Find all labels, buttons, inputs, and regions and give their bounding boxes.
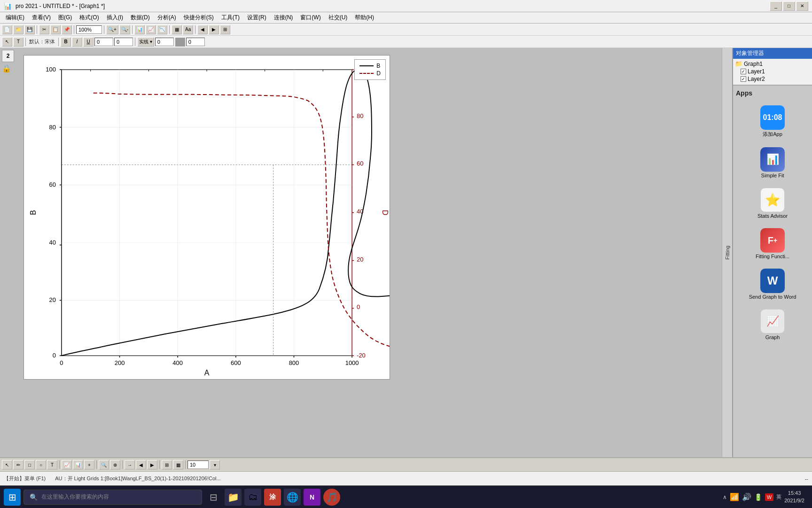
zoom-input[interactable] [76, 25, 102, 34]
bt5[interactable]: T [47, 460, 57, 469]
menu-analysis[interactable]: 分析(A) [154, 13, 180, 23]
zoom-bottom-input[interactable] [187, 460, 209, 469]
taskbar-explorer[interactable]: 📁 [225, 489, 242, 506]
copy-btn[interactable]: 📋 [50, 25, 61, 34]
arrow-right-btn[interactable]: ▶ [209, 25, 219, 34]
taskbar-folder[interactable]: 🗂 [244, 489, 261, 506]
start-button[interactable]: ⊞ [4, 489, 21, 506]
open-btn[interactable]: 📁 [13, 25, 23, 34]
taskbar-chrome[interactable]: 🌐 [284, 489, 301, 506]
bt15[interactable]: ▦ [173, 460, 183, 469]
stats-advisor-icon[interactable]: ⭐ [760, 188, 785, 212]
close-button[interactable]: ✕ [796, 1, 808, 11]
chart-container[interactable]: B D [23, 55, 390, 380]
window-controls[interactable]: _ □ ✕ [770, 1, 808, 11]
menu-quick-analysis[interactable]: 快捷分析(S) [180, 13, 218, 23]
app-simple-fit[interactable]: 📊 Simple Fit [736, 146, 809, 179]
bt9[interactable]: 🔍 [99, 460, 109, 469]
bold-btn[interactable]: B [61, 37, 71, 47]
arrow-left-btn[interactable]: ◀ [197, 25, 208, 34]
taskbar-app1[interactable]: 涂 [264, 489, 281, 506]
menu-edit[interactable]: 编辑(E) [2, 13, 28, 23]
app-send-graph[interactable]: W Send Graph to Word [736, 268, 809, 301]
graph-icon[interactable]: 📈 [760, 309, 785, 333]
fitting-func-icon[interactable]: F+ [760, 228, 785, 253]
menu-window[interactable]: 窗口(W) [297, 13, 324, 23]
chart-btn[interactable]: 📊 [134, 25, 145, 34]
menu-help[interactable]: 帮助(H) [351, 13, 378, 23]
app-stats-advisor[interactable]: ⭐ Stats Advisor [736, 187, 809, 220]
menu-insert[interactable]: 插入(I) [103, 13, 127, 23]
tree-layer2[interactable]: ✓ Layer2 [733, 75, 812, 83]
clock-display[interactable]: 15:43 2021/9/2 [784, 490, 804, 504]
page-btn[interactable]: ⊞ [220, 25, 230, 34]
menu-settings[interactable]: 设置(R) [243, 13, 270, 23]
cut-btn[interactable]: ✂ [39, 25, 49, 34]
bt6[interactable]: 📈 [62, 460, 72, 469]
line-style-btn[interactable]: 实线 ▾ [137, 37, 154, 47]
menu-social[interactable]: 社交(U) [325, 13, 351, 23]
italic-btn[interactable]: I [72, 37, 82, 47]
tray-battery-icon[interactable]: 🔋 [754, 493, 762, 501]
minimize-button[interactable]: _ [770, 1, 782, 11]
table-btn[interactable]: ▦ [172, 25, 182, 34]
chart3-btn[interactable]: 📉 [157, 25, 167, 34]
tray-up-icon[interactable]: ∧ [723, 494, 727, 500]
line-size-2[interactable] [186, 38, 205, 46]
bt8[interactable]: + [84, 460, 94, 469]
tree-graph1[interactable]: 📁 Graph1 [733, 60, 812, 68]
maximize-button[interactable]: □ [783, 1, 795, 11]
taskbar-media[interactable]: 🎵 [323, 489, 340, 506]
tray-network-icon[interactable]: 📶 [730, 492, 739, 501]
bt3[interactable]: □ [24, 460, 35, 469]
bt7[interactable]: 📊 [73, 460, 83, 469]
bt10[interactable]: ⊕ [110, 460, 120, 469]
bt11[interactable]: → [125, 460, 135, 469]
app-graph[interactable]: 📈 Graph [736, 308, 809, 341]
menu-data[interactable]: 数据(D) [127, 13, 154, 23]
tree-layer1-label: Layer1 [748, 68, 765, 75]
layer1-checkbox[interactable]: ✓ [741, 69, 746, 74]
underline-btn[interactable]: U [83, 37, 94, 47]
toolbar-1: 📄 📁 💾 ✂ 📋 📌 🔍+ 🔍- 📊 📈 📉 ▦ Aa ◀ ▶ ⊞ [0, 24, 812, 36]
menu-graph[interactable]: 图(G) [55, 13, 76, 23]
zoom-in-btn[interactable]: 🔍+ [106, 25, 118, 34]
menu-tools[interactable]: 工具(T) [218, 13, 243, 23]
format-btn[interactable]: Aa [183, 25, 193, 34]
app-clock[interactable]: 01:08 添加App [736, 104, 809, 139]
chart2-btn[interactable]: 📈 [146, 25, 156, 34]
app-fitting-func[interactable]: F+ Fitting Functi... [736, 227, 809, 260]
save-btn[interactable]: 💾 [24, 25, 35, 34]
lang-icon[interactable]: 英 [776, 493, 781, 500]
tray-volume-icon[interactable]: 🔊 [742, 492, 751, 501]
send-graph-icon[interactable]: W [760, 269, 785, 293]
bt14[interactable]: ⊞ [162, 460, 172, 469]
task-view-btn[interactable]: ⊟ [205, 489, 222, 506]
pointer-btn[interactable]: ↖ [2, 37, 12, 47]
simple-fit-icon[interactable]: 📊 [760, 147, 785, 172]
zoom-out-btn[interactable]: 🔍- [119, 25, 130, 34]
font-size-1[interactable] [94, 38, 113, 46]
color-box[interactable] [175, 37, 185, 47]
text-btn[interactable]: T [13, 37, 23, 47]
bt2[interactable]: ✏ [13, 460, 23, 469]
bt16[interactable]: ▾ [210, 460, 220, 469]
paste-btn[interactable]: 📌 [62, 25, 72, 34]
taskbar-onenote[interactable]: N [304, 489, 320, 506]
tree-layer1[interactable]: ✓ Layer1 [733, 68, 812, 75]
menu-connect[interactable]: 连接(N) [270, 13, 297, 23]
clock-icon[interactable]: 01:08 [760, 105, 785, 130]
font-size-2[interactable] [114, 38, 133, 46]
menu-view[interactable]: 查看(V) [28, 13, 55, 23]
line-size-1[interactable] [155, 38, 174, 46]
wps-icon[interactable]: W [765, 493, 773, 501]
bt12[interactable]: ◀ [136, 460, 146, 469]
taskbar-search[interactable]: 🔍 在这里输入你要搜索的内容 [23, 490, 202, 505]
graph-area[interactable]: 2 🔒 B D [0, 48, 732, 457]
layer2-checkbox[interactable]: ✓ [741, 76, 746, 82]
bt13[interactable]: ▶ [147, 460, 157, 469]
bt4[interactable]: ○ [36, 460, 46, 469]
menu-format[interactable]: 格式(O) [76, 13, 102, 23]
new-btn[interactable]: 📄 [2, 25, 12, 34]
bt1[interactable]: ↖ [2, 460, 12, 469]
